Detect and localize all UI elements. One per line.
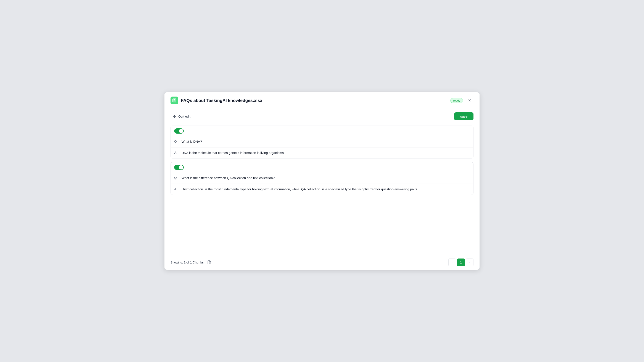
answer-row-2: A `Text collection` is the most fundamen… bbox=[171, 184, 473, 195]
toggle-thumb-2 bbox=[179, 165, 183, 170]
toggle-thumb-1 bbox=[179, 129, 183, 133]
modal-toolbar: Quit edit save bbox=[164, 109, 480, 124]
qa-card-2: Q What is the difference between QA coll… bbox=[170, 162, 474, 195]
showing-text: Showing: 1 of 1 Chunks bbox=[170, 261, 204, 264]
showing-value: 1 of 1 Chunks bbox=[184, 261, 204, 264]
save-button[interactable]: save bbox=[454, 112, 474, 120]
question-text-1: What is DNA? bbox=[182, 139, 202, 144]
modal-footer: Showing: 1 of 1 Chunks ‹ 1 › bbox=[164, 255, 480, 270]
footer-left: Showing: 1 of 1 Chunks bbox=[170, 259, 212, 265]
quit-edit-button[interactable]: Quit edit bbox=[170, 113, 192, 120]
answer-label-1: A bbox=[174, 151, 178, 154]
prev-page-button[interactable]: ‹ bbox=[448, 258, 456, 266]
question-row-2: Q What is the difference between QA coll… bbox=[171, 173, 473, 184]
current-page-button[interactable]: 1 bbox=[457, 258, 465, 266]
export-button[interactable] bbox=[206, 259, 212, 265]
next-page-button[interactable]: › bbox=[466, 258, 474, 266]
quit-edit-label: Quit edit bbox=[178, 115, 190, 118]
modal-content: Q What is DNA? A DNA is the molecule tha… bbox=[164, 124, 480, 255]
file-icon bbox=[170, 97, 178, 104]
answer-text-2: `Text collection` is the most fundamenta… bbox=[182, 187, 418, 192]
answer-label-2: A bbox=[174, 187, 178, 191]
qa-card-1: Q What is DNA? A DNA is the molecule tha… bbox=[170, 126, 474, 158]
question-label-1: Q bbox=[174, 139, 178, 143]
question-row-1: Q What is DNA? bbox=[171, 136, 473, 147]
modal-title: FAQs about TaskingAI knowledges.xlsx bbox=[181, 98, 448, 103]
toggle-switch-1[interactable] bbox=[174, 128, 184, 134]
answer-text-1: DNA is the molecule that carries genetic… bbox=[182, 150, 284, 155]
status-badge: ready bbox=[450, 98, 463, 103]
arrow-left-icon bbox=[173, 115, 176, 118]
toggle-row-1 bbox=[171, 126, 473, 136]
question-label-2: Q bbox=[174, 176, 178, 179]
question-text-2: What is the difference between QA collec… bbox=[182, 176, 274, 181]
modal-container: FAQs about TaskingAI knowledges.xlsx rea… bbox=[164, 92, 480, 270]
modal-header: FAQs about TaskingAI knowledges.xlsx rea… bbox=[164, 92, 480, 109]
close-button[interactable]: × bbox=[466, 97, 474, 104]
export-icon bbox=[207, 260, 212, 265]
toggle-row-2 bbox=[171, 162, 473, 173]
pagination: ‹ 1 › bbox=[448, 258, 474, 266]
toggle-switch-2[interactable] bbox=[174, 165, 184, 170]
answer-row-1: A DNA is the molecule that carries genet… bbox=[171, 147, 473, 158]
